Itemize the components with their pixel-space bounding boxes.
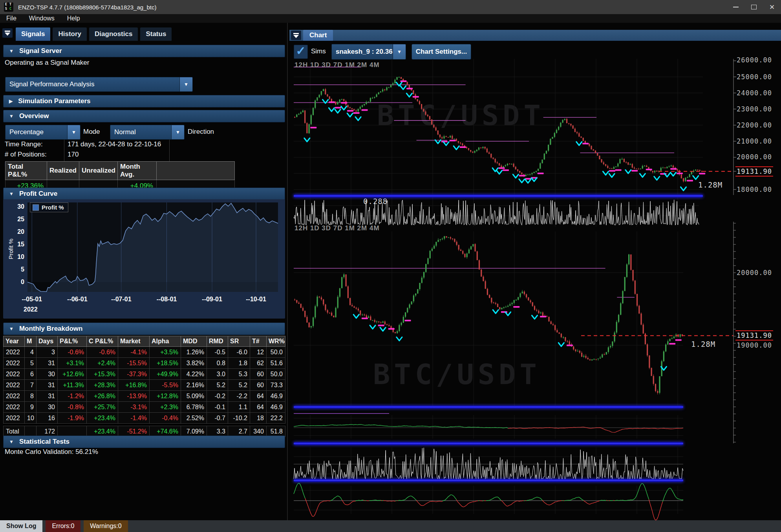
cell: -1.9%: [58, 413, 87, 424]
maximize-button[interactable]: [745, 0, 763, 14]
status-bar: Show Log Errors:0 Warnings:0: [0, 520, 781, 532]
cell: 51.6: [267, 358, 285, 369]
cell: 5.2: [228, 380, 250, 391]
menu-file[interactable]: File: [0, 14, 23, 23]
profit-curve-header[interactable]: ▼ Profit Curve: [3, 188, 285, 200]
cell: 3: [37, 347, 58, 358]
column-header: Days: [37, 336, 58, 347]
app-icon-letter: S: [5, 7, 7, 11]
cell: 2022: [4, 391, 25, 402]
y-tick-label: 20: [9, 228, 24, 235]
cell: 12: [250, 347, 267, 358]
table-row: 20221016-1.9%+23.4%-1.4%-0.4%2.52%-0.7-1…: [4, 413, 285, 424]
close-button[interactable]: ✕: [763, 0, 781, 14]
cell: -0.4%: [150, 413, 181, 424]
left-tab-bar: Signals History Diagnostics Status: [16, 27, 174, 41]
chart-scrollbar[interactable]: [294, 406, 683, 408]
legend-label: Profit %: [42, 204, 64, 211]
time-range-label: Time Range:: [5, 140, 43, 148]
x-tick-label: --10-01: [246, 296, 266, 303]
chart-dock-icon[interactable]: [291, 31, 301, 40]
section-title: Simulation Parameters: [18, 97, 90, 105]
cell: +25.7%: [87, 402, 118, 413]
tab-history[interactable]: History: [53, 27, 87, 41]
cell: +28.3%: [87, 380, 118, 391]
cell: -3.1%: [118, 402, 150, 413]
monte-carlo-validation: Monte Carlo Validation: 56.21%: [5, 448, 98, 456]
chart-scrollbar[interactable]: [294, 442, 683, 445]
time-range-value: 171 days, 22-04-28 to 22-10-16: [68, 140, 161, 148]
statistical-tests-header[interactable]: ▼ Statistical Tests: [3, 435, 285, 448]
cell: 62: [250, 358, 267, 369]
minimize-button[interactable]: [727, 0, 745, 14]
cell: 2.16%: [181, 380, 207, 391]
cell: 8: [25, 391, 37, 402]
cell: 7: [25, 380, 37, 391]
tab-chart[interactable]: Chart: [303, 30, 333, 41]
timeframe-row[interactable]: 12H 1D 3D 7D 1M 2M 4M: [294, 61, 380, 69]
cell: -1.4%: [118, 413, 150, 424]
signals-dock-icon[interactable]: [2, 28, 13, 38]
overview-header[interactable]: ▼ Overview: [3, 110, 285, 122]
positions-label: # of Positions:: [5, 151, 47, 159]
volume-label: 1.28M: [691, 340, 715, 348]
panel-divider: [287, 23, 288, 520]
tab-signals[interactable]: Signals: [16, 27, 50, 41]
mode-selector[interactable]: Percentage ▼: [5, 125, 80, 140]
show-log-button[interactable]: Show Log: [0, 520, 42, 532]
cell: +23.4%: [87, 413, 118, 424]
cell: -4.1%: [118, 347, 150, 358]
cell: +18.5%: [150, 358, 181, 369]
table-row: 2022630+12.6%+15.3%-37.3%+49.9%4.22%3.05…: [4, 369, 285, 380]
chart-scrollbar[interactable]: [294, 479, 683, 482]
legend: Profit %: [30, 202, 68, 212]
cell: 4: [25, 347, 37, 358]
cell: 1.26%: [181, 347, 207, 358]
mode-label: Mode: [83, 125, 100, 139]
cell: +49.9%: [150, 369, 181, 380]
cell: 0.8: [207, 358, 228, 369]
cell: 2022: [4, 369, 25, 380]
price-chart-canvas[interactable]: [289, 41, 781, 520]
cell: +26.8%: [87, 391, 118, 402]
column-header: C P&L%: [87, 336, 118, 347]
cell: -15.5%: [118, 358, 150, 369]
cell: 3.0: [207, 369, 228, 380]
chart-scrollbar[interactable]: [294, 195, 703, 197]
chart-tab-strip: [289, 30, 781, 41]
cell: 5.2: [207, 380, 228, 391]
cell: -0.8%: [58, 402, 87, 413]
cell: 64: [250, 402, 267, 413]
legend-swatch: [33, 204, 39, 211]
cell: 2.52%: [181, 413, 207, 424]
chevron-down-icon: ▼: [171, 125, 184, 139]
cell: +16.8%: [118, 380, 150, 391]
monthly-breakdown-header[interactable]: ▼ Monthly Breakdown: [3, 322, 285, 335]
analysis-selector[interactable]: Signal Performance Analysis ▼: [5, 77, 193, 92]
column-header: RMD: [207, 336, 228, 347]
table-row: 2022831-1.2%+26.8%-13.9%+12.8%5.09%-0.2-…: [4, 391, 285, 402]
timeframe-row[interactable]: 12H 1D 3D 7D 1M 2M 4M: [294, 224, 380, 232]
cell: 60: [250, 380, 267, 391]
column-header: Market: [118, 336, 150, 347]
cell: 31: [37, 358, 58, 369]
section-title: Overview: [19, 112, 49, 120]
menu-windows[interactable]: Windows: [23, 14, 61, 23]
collapse-icon: ▼: [9, 439, 14, 445]
signal-server-header[interactable]: ▼ Signal Server: [3, 45, 285, 57]
direction-selector[interactable]: Normal ▼: [110, 125, 185, 140]
profit-curve-chart[interactable]: Profit % Profit % 302520151050--05-01--0…: [3, 199, 285, 319]
cell: 9: [25, 402, 37, 413]
signal-maker-status: Operating as a Signal Maker: [5, 59, 89, 67]
cell: +2.4%: [87, 358, 118, 369]
tab-diagnostics[interactable]: Diagnostics: [89, 27, 138, 41]
menu-help[interactable]: Help: [61, 14, 86, 23]
direction-label: Direction: [188, 125, 214, 139]
cell: 50.0: [267, 347, 285, 358]
table-row: 2022930-0.8%+25.7%-3.1%+2.3%6.78%-0.11.1…: [4, 402, 285, 413]
analysis-selector-value: Signal Performance Analysis: [5, 80, 179, 88]
cell: 5: [25, 358, 37, 369]
tab-status[interactable]: Status: [140, 27, 172, 41]
simulation-parameters-header[interactable]: ▶ Simulation Parameters: [3, 95, 285, 107]
cell: 4.22%: [181, 369, 207, 380]
